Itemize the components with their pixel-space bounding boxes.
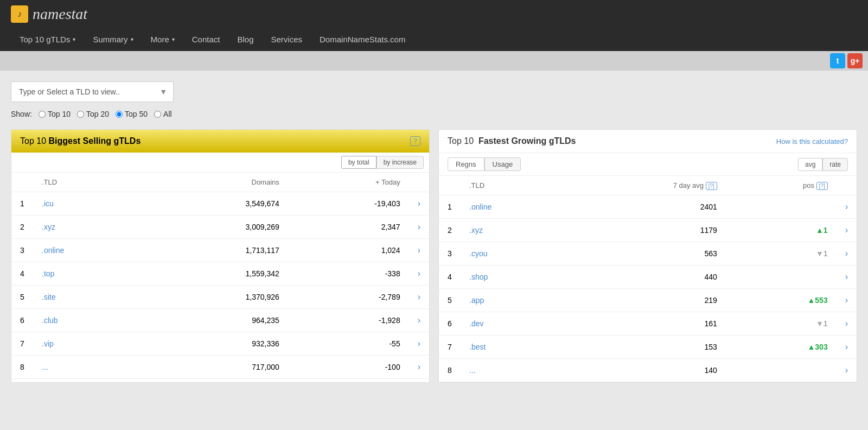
- row-chevron-icon[interactable]: ›: [845, 365, 848, 375]
- arrow-cell[interactable]: ›: [409, 332, 429, 356]
- row-chevron-icon[interactable]: ›: [845, 202, 848, 211]
- right-tld-link[interactable]: .cyou: [469, 249, 487, 258]
- right-tld-cell[interactable]: .cyou: [461, 242, 565, 265]
- filter-avg-button[interactable]: avg: [798, 158, 822, 171]
- right-tld-cell[interactable]: ...: [461, 359, 565, 382]
- arrow-cell[interactable]: ›: [409, 262, 429, 286]
- tld-cell[interactable]: .club: [33, 309, 144, 332]
- nav-item-top10gtlds[interactable]: Top 10 gTLDs ▾: [11, 27, 84, 51]
- arrow-cell[interactable]: ›: [409, 192, 429, 216]
- logo[interactable]: ♪ namestat: [11, 5, 87, 23]
- row-chevron-icon[interactable]: ›: [845, 342, 848, 351]
- rank-cell: 4: [11, 262, 33, 286]
- table-row: 4 .top 1,559,342 -338 ›: [11, 262, 429, 286]
- right-tld-link[interactable]: .online: [469, 203, 492, 211]
- nav-item-services[interactable]: Services: [263, 27, 311, 51]
- arrow-cell[interactable]: ›: [409, 309, 429, 332]
- right-arrow-cell[interactable]: ›: [837, 242, 857, 265]
- row-chevron-icon[interactable]: ›: [418, 269, 420, 278]
- filter-rate-button[interactable]: rate: [822, 158, 848, 171]
- tld-link[interactable]: .top: [42, 269, 54, 278]
- right-arrow-cell[interactable]: ›: [837, 219, 857, 242]
- row-chevron-icon[interactable]: ›: [845, 272, 848, 281]
- row-chevron-icon[interactable]: ›: [845, 319, 848, 328]
- tld-cell[interactable]: .vip: [33, 332, 144, 356]
- arrow-cell[interactable]: ›: [409, 239, 429, 262]
- tld-link[interactable]: .site: [42, 293, 56, 301]
- today-cell: -19,403: [288, 192, 409, 216]
- right-arrow-cell[interactable]: ›: [837, 195, 857, 219]
- tab-usage[interactable]: Usage: [484, 157, 521, 171]
- chevron-down-icon: ▾: [172, 36, 175, 42]
- row-chevron-icon[interactable]: ›: [418, 222, 420, 231]
- pos-help-icon[interactable]: [?]: [816, 182, 828, 190]
- right-tld-link[interactable]: .app: [469, 296, 484, 305]
- arrow-cell[interactable]: ›: [409, 286, 429, 309]
- tab-regns[interactable]: Regns: [448, 157, 484, 171]
- tld-select[interactable]: Type or Select a TLD to view..: [11, 81, 174, 102]
- nav-item-domainnamestats[interactable]: DomainNameStats.com: [311, 27, 414, 51]
- right-tld-link[interactable]: .dev: [469, 319, 483, 328]
- avg-help-icon[interactable]: [?]: [706, 182, 717, 190]
- nav-item-blog[interactable]: Blog: [228, 27, 262, 51]
- row-chevron-icon[interactable]: ›: [845, 295, 848, 305]
- right-tld-link[interactable]: .shop: [469, 273, 488, 281]
- row-chevron-icon[interactable]: ›: [845, 225, 848, 235]
- row-chevron-icon[interactable]: ›: [418, 339, 420, 348]
- tld-link[interactable]: ...: [42, 363, 48, 371]
- how-calculated-link[interactable]: How is this calculated?: [776, 137, 848, 146]
- tld-cell[interactable]: .xyz: [33, 216, 144, 239]
- filter-by-increase-button[interactable]: by increase: [376, 156, 424, 169]
- right-arrow-cell[interactable]: ›: [837, 359, 857, 382]
- tld-cell[interactable]: .top: [33, 262, 144, 286]
- right-tld-link[interactable]: ...: [469, 366, 476, 375]
- tld-cell[interactable]: .site: [33, 286, 144, 309]
- row-chevron-icon[interactable]: ›: [418, 362, 420, 371]
- show-top50-label[interactable]: Top 50: [116, 110, 148, 118]
- right-arrow-cell[interactable]: ›: [837, 312, 857, 336]
- domains-cell: 1,559,342: [144, 262, 288, 286]
- right-tld-link[interactable]: .xyz: [469, 226, 483, 235]
- show-all-radio[interactable]: [154, 111, 161, 118]
- tld-link[interactable]: .icu: [42, 199, 54, 208]
- right-tld-link[interactable]: .best: [469, 343, 486, 351]
- twitter-button[interactable]: t: [830, 53, 845, 68]
- tld-cell[interactable]: .online: [33, 239, 144, 262]
- show-top20-label[interactable]: Top 20: [77, 110, 109, 118]
- right-tld-cell[interactable]: .app: [461, 289, 565, 312]
- show-top10-radio[interactable]: [39, 111, 46, 118]
- tld-cell[interactable]: .icu: [33, 192, 144, 216]
- arrow-cell[interactable]: ›: [409, 356, 429, 379]
- row-chevron-icon[interactable]: ›: [418, 315, 420, 325]
- right-arrow-cell[interactable]: ›: [837, 265, 857, 289]
- nav-item-summary[interactable]: Summary ▾: [84, 27, 142, 51]
- right-arrow-cell[interactable]: ›: [837, 336, 857, 359]
- right-tld-cell[interactable]: .online: [461, 195, 565, 219]
- right-tld-cell[interactable]: .best: [461, 336, 565, 359]
- google-plus-button[interactable]: g+: [847, 53, 863, 68]
- nav-item-contact[interactable]: Contact: [183, 27, 229, 51]
- nav-item-more[interactable]: More ▾: [142, 27, 183, 51]
- right-tld-cell[interactable]: .shop: [461, 265, 565, 289]
- tld-cell[interactable]: ...: [33, 356, 144, 379]
- filter-by-total-button[interactable]: by total: [341, 156, 376, 169]
- row-chevron-icon[interactable]: ›: [418, 292, 420, 301]
- right-tld-cell[interactable]: .xyz: [461, 219, 565, 242]
- row-chevron-icon[interactable]: ›: [845, 249, 848, 258]
- right-tld-cell[interactable]: .dev: [461, 312, 565, 336]
- show-top20-radio[interactable]: [77, 111, 84, 118]
- domains-cell: 1,370,926: [144, 286, 288, 309]
- show-all-label[interactable]: All: [154, 110, 172, 118]
- header-top: ♪ namestat: [11, 0, 857, 27]
- tld-link[interactable]: .xyz: [42, 223, 55, 231]
- tld-link[interactable]: .online: [42, 246, 64, 255]
- arrow-cell[interactable]: ›: [409, 216, 429, 239]
- help-icon[interactable]: ?: [410, 136, 420, 146]
- show-top10-label[interactable]: Top 10: [39, 110, 71, 118]
- row-chevron-icon[interactable]: ›: [418, 245, 420, 255]
- show-top50-radio[interactable]: [116, 111, 123, 118]
- tld-link[interactable]: .vip: [42, 339, 54, 348]
- row-chevron-icon[interactable]: ›: [418, 199, 420, 208]
- tld-link[interactable]: .club: [42, 316, 58, 325]
- right-arrow-cell[interactable]: ›: [837, 289, 857, 312]
